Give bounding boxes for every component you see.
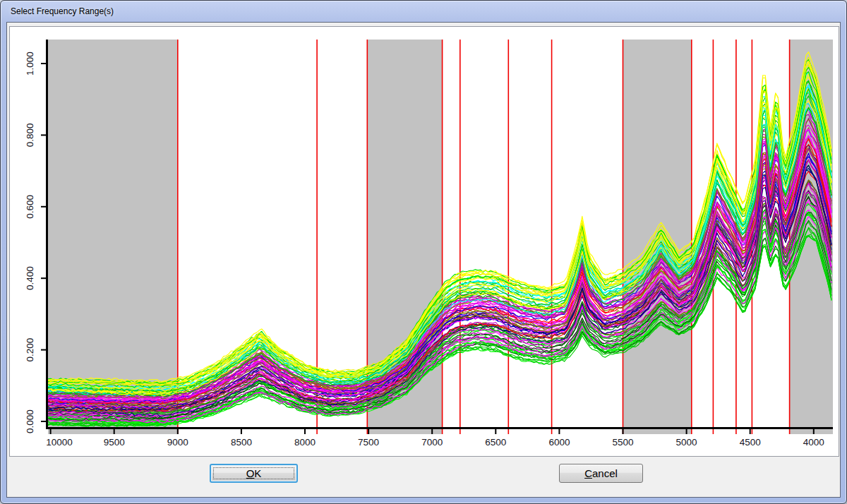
x-axis-tick [495,429,496,434]
excluded-region[interactable] [48,40,178,434]
range-boundary-line[interactable] [789,40,791,434]
y-axis-tick [41,277,46,279]
x-axis-tick [114,429,115,434]
y-axis-tick-label: 0.600 [25,195,35,219]
range-boundary-line[interactable] [316,40,318,434]
x-axis-tick-label: 10000 [46,437,73,448]
x-axis-tick-label: 4000 [803,437,824,448]
window-title: Select Frequency Range(s) [11,6,114,16]
x-axis-tick [686,429,687,434]
x-axis-tick-label: 9500 [104,437,125,448]
range-boundary-line[interactable] [551,40,553,434]
range-boundary-line[interactable] [623,40,624,434]
title-bar[interactable]: Select Frequency Range(s) [1,1,846,22]
cancel-button-label: Cancel [584,467,618,479]
x-axis-tick [750,429,751,434]
x-axis-tick [368,429,369,434]
y-axis-line [46,40,48,429]
spectra-plot-panel: 1000095009000850080007500700065006000550… [9,26,839,457]
dialog-window: Select Frequency Range(s) 10000950090008… [0,0,847,504]
spectra-chart[interactable]: 1000095009000850080007500700065006000550… [10,27,839,456]
x-axis-tick-label: 7000 [421,437,443,448]
cancel-button[interactable]: Cancel [559,464,643,483]
x-axis-tick-label: 5000 [676,437,697,448]
y-axis-tick [41,63,46,64]
x-axis-line [46,427,833,429]
x-axis-tick-label: 8500 [231,437,252,448]
ok-button-label: OK [246,467,262,479]
range-boundary-line[interactable] [691,40,692,434]
range-boundary-line[interactable] [508,40,510,434]
y-axis-tick-label: 1.000 [25,52,35,76]
range-boundary-line[interactable] [442,40,443,434]
dialog-client-area: 1000095009000850080007500700065006000550… [6,22,841,498]
x-axis-tick-label: 9000 [167,437,188,448]
y-axis-tick [41,134,46,136]
ok-button[interactable]: OK [210,464,298,483]
y-axis-tick-label: 0.400 [25,266,35,290]
x-axis-tick-label: 5500 [612,437,633,448]
y-axis-tick [41,421,46,422]
x-axis-tick [304,429,306,434]
x-axis-tick [623,429,624,434]
x-axis-tick [813,429,815,434]
x-axis-tick-label: 6000 [548,437,570,448]
x-axis-tick-label: 6500 [485,437,506,448]
y-axis-tick-label: 0.200 [25,338,35,362]
x-axis-tick [241,429,242,434]
y-axis-tick-label: 0.800 [25,124,35,148]
x-axis-tick [50,429,52,434]
x-axis-tick-label: 7500 [358,437,379,448]
x-axis-tick-label: 8000 [294,437,316,448]
x-axis-tick-label: 4500 [740,437,761,448]
x-axis-tick [431,429,433,434]
y-axis-tick-label: 0.000 [25,409,35,433]
y-axis-tick [41,206,46,208]
y-axis-tick [41,349,46,351]
range-boundary-line[interactable] [459,40,461,434]
x-axis-tick [177,429,179,434]
x-axis-tick [558,429,560,434]
range-boundary-line[interactable] [177,40,179,434]
